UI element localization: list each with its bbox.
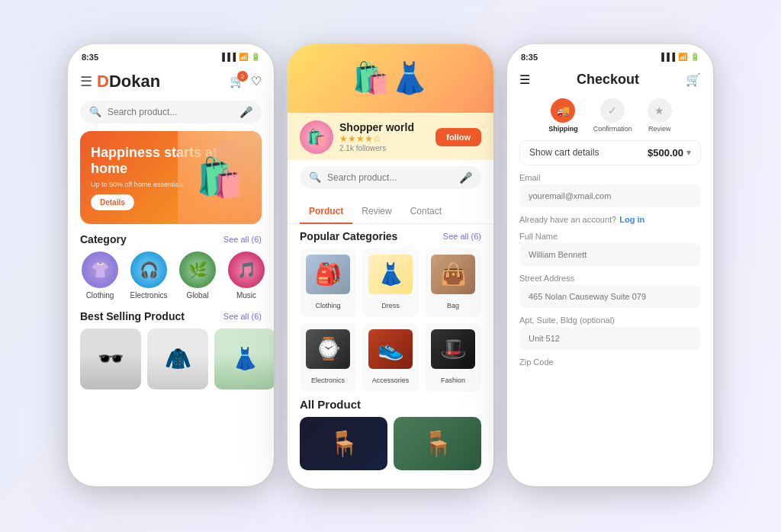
header-actions: 🛒 2 ♡ [230,74,262,88]
street-label: Street Address [519,274,701,283]
pop-cat-accessories-img: 👟 [368,329,413,369]
login-link[interactable]: Log in [619,215,644,224]
search-bar-2[interactable]: 🔍 🎤 [300,166,481,189]
product-thumb-2[interactable]: 🧥 [147,328,208,389]
street-input[interactable] [519,285,701,308]
step-review-label: Review [648,125,671,133]
zip-group: Zip Code [519,357,701,367]
screens-container: 8:35 ▐▐▐ 📶 🔋 ☰ DDokan 🛒 2 ♡ 🔍 [68,44,713,489]
search-bar-1[interactable]: 🔍 🎤 [80,101,262,123]
pop-cat-bag[interactable]: 👜 Bag [425,248,481,317]
shop-name: Shopper world [339,121,429,133]
product-thumb-1[interactable]: 🕶️ [80,328,141,389]
logo: ☰ DDokan [80,72,160,91]
pop-cat-dress-label: Dress [381,302,400,309]
all-prod-1[interactable]: 🪑 [300,417,387,470]
shop-followers: 2.1k followers [339,144,429,152]
wifi-icon: 📶 [239,53,248,61]
pop-cats-header: Popular Categories See all (6) [300,230,481,242]
pop-cat-electronics[interactable]: ⌚ Electronics [300,323,356,392]
chevron-down-icon: ▾ [686,147,691,158]
cat-global[interactable]: 🌿 Global [178,252,217,300]
checkout-steps: 🚚 Shipping ✓ Confirmation ★ Review [507,92,713,136]
checkout-form: Email Already have an account? Log in Fu… [507,170,713,367]
status-bar-3: 8:35 ▐▐▐ 📶 🔋 [507,44,713,66]
step-confirmation-circle: ✓ [600,98,625,123]
pop-cat-bag-label: Bag [447,302,459,309]
menu-icon-3[interactable]: ☰ [519,72,530,87]
menu-icon[interactable]: ☰ [80,73,92,90]
mic-icon-2[interactable]: 🎤 [459,171,472,184]
full-name-group: Full Name [519,232,701,266]
search-input-2[interactable] [327,172,453,183]
logo-text: DDokan [97,72,160,91]
search-icon: 🔍 [89,106,101,117]
full-name-input[interactable] [519,243,701,266]
screen2-phone: 🛍️👗 🛍️ Shopper world ★★★★☆ 2.1k follower… [288,44,493,489]
cat-electronics-circle: 🎧 [130,252,167,288]
battery-icon: 🔋 [251,53,260,61]
step-confirmation: ✓ Confirmation [593,98,632,133]
all-product-grid: 🪑 🪑 [288,417,493,470]
cart-summary-bar[interactable]: Show cart details $500.00 ▾ [519,140,701,165]
status-icons-3: ▐▐▐ 📶 🔋 [659,53,699,61]
pop-cat-accessories[interactable]: 👟 Accessories [362,323,419,392]
shop-banner-image: 🛍️👗 [288,44,493,113]
pop-cat-clothing[interactable]: 🎒 Clothing [300,248,356,317]
signal-icon: ▐▐▐ [220,53,236,61]
shop-avatar: 🛍️ [300,120,333,154]
follow-button[interactable]: follow [435,128,481,146]
cat-global-circle: 🌿 [179,252,216,288]
categories-row: 👚 Clothing 🎧 Electronics 🌿 Global 🎵 Musi… [68,252,274,303]
signal-icon-3: ▐▐▐ [659,53,675,61]
pop-cat-electronics-img: ⌚ [306,329,350,369]
cat-electronics[interactable]: 🎧 Electronics [129,252,169,300]
checkout-header: ☰ Checkout 🛒 [507,66,713,92]
shop-info: Shopper world ★★★★☆ 2.1k followers [339,121,429,152]
cat-clothing-circle: 👚 [82,252,118,288]
email-group: Email [519,173,701,207]
login-prompt-text: Already have an account? [519,215,616,224]
tab-review[interactable]: Review [352,203,400,224]
screen3-phone: 8:35 ▐▐▐ 📶 🔋 ☰ Checkout 🛒 🚚 Shipping ✓ C… [507,44,713,486]
shop-header: 🛍️ Shopper world ★★★★☆ 2.1k followers fo… [288,113,493,160]
pop-cat-electronics-label: Electronics [311,377,345,384]
search-input-1[interactable] [108,107,233,117]
all-prod-2[interactable]: 🪑 [394,417,481,470]
mic-icon[interactable]: 🎤 [239,106,252,118]
cat-music[interactable]: 🎵 Music [227,252,266,300]
category-see-all[interactable]: See all (6) [223,235,262,244]
tab-product[interactable]: Porduct [300,203,352,224]
cat-music-circle: 🎵 [228,252,265,288]
step-review: ★ Review [648,98,672,133]
cart-button[interactable]: 🛒 2 [230,74,245,88]
category-section-header: Category See all (6) [80,233,262,245]
app-header-1: ☰ DDokan 🛒 2 ♡ [68,66,274,96]
wishlist-icon[interactable]: ♡ [251,74,262,88]
cat-clothing[interactable]: 👚 Clothing [80,252,120,300]
step-review-circle: ★ [648,98,672,123]
cat-global-label: Global [187,291,209,300]
step-shipping-label: Shipping [548,125,578,133]
status-bar-1: 8:35 ▐▐▐ 📶 🔋 [68,44,274,66]
product-thumb-3[interactable]: 👗 [214,328,274,389]
cat-music-label: Music [236,291,256,300]
pop-cat-dress[interactable]: 👗 Dress [362,248,419,317]
step-shipping-circle: 🚚 [551,98,575,123]
pop-cats-see-all[interactable]: See all (6) [443,232,481,241]
pop-cat-dress-img: 👗 [368,255,413,294]
banner-button[interactable]: Details [91,194,134,210]
email-input[interactable] [519,184,701,207]
cart-icon-3[interactable]: 🛒 [686,72,701,87]
logo-accent: D [97,72,109,91]
step-shipping: 🚚 Shipping [548,98,578,133]
pop-cat-fashion-img: 🎩 [431,329,475,369]
tab-contact[interactable]: Contact [401,203,451,224]
apt-input[interactable] [519,327,701,350]
pop-cat-clothing-label: Clothing [315,302,340,309]
best-selling-see-all[interactable]: See all (6) [223,312,262,321]
pop-cat-accessories-label: Accessories [372,377,410,384]
pop-cat-fashion[interactable]: 🎩 Fashion [425,323,481,392]
pop-cat-clothing-img: 🎒 [306,255,350,294]
login-row: Already have an account? Log in [519,215,701,224]
